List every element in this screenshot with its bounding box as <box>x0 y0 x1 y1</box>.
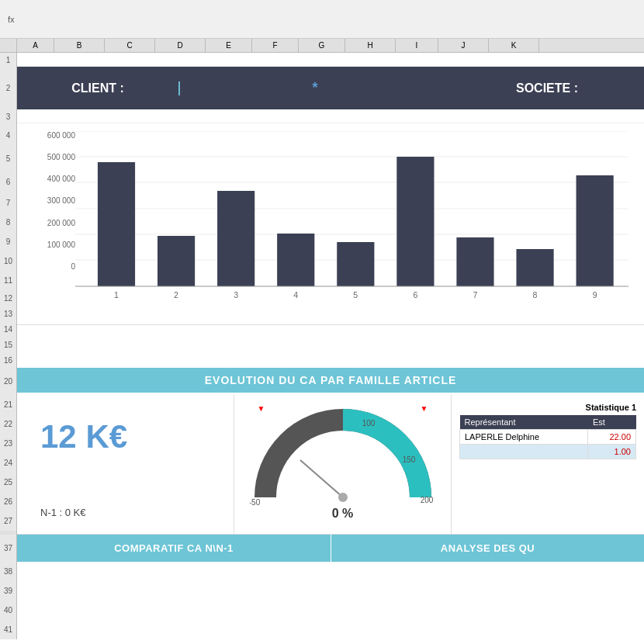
row-3: 3 <box>0 109 17 123</box>
y-label-300k: 300 000 <box>33 196 75 205</box>
bottom-title-comparatif: COMPARATIF CA N\N-1 <box>17 535 331 562</box>
row-number-spacer <box>0 39 17 52</box>
col-header-b: B <box>54 39 105 52</box>
main-content: 1 2 3 CLIENT : * SOCIETE : 4 5 6 7 8 9 1… <box>0 53 644 639</box>
stats-cell-val-1: 22.00 <box>588 430 636 445</box>
evolution-content-rownum: 21 22 23 24 25 26 27 <box>0 395 17 535</box>
row3-spacer <box>17 109 644 123</box>
svg-text:200: 200 <box>420 496 433 504</box>
row1-spacer <box>17 53 644 67</box>
row-7: 7 <box>0 193 17 213</box>
stats-row-2: 1.00 <box>460 445 636 459</box>
row-9: 9 <box>0 232 17 251</box>
stats-col-est: Est <box>588 415 636 430</box>
col-header-i: I <box>396 39 438 52</box>
row-4: 4 <box>0 123 17 147</box>
svg-rect-14 <box>516 249 553 286</box>
svg-rect-11 <box>337 242 374 286</box>
societe-label: SOCIETE : <box>450 81 644 95</box>
stats-cell-val-2: 1.00 <box>588 445 636 459</box>
svg-text:8: 8 <box>533 290 538 299</box>
evolution-title-bar: EVOLUTION DU CA PAR FAMILLE ARTICLE <box>17 368 644 395</box>
col-header-c: C <box>105 39 155 52</box>
svg-text:4: 4 <box>293 290 298 299</box>
gauge-svg: -50 0 50 100 150 200 <box>250 404 436 513</box>
stats-row-1: LAPERLE Delphine 22.00 <box>460 430 636 445</box>
svg-text:50: 50 <box>302 419 311 428</box>
stats-title: Statistique 1 <box>459 403 636 412</box>
bottom-titles: COMPARATIF CA N\N-1 ANALYSE DES QU <box>17 535 644 562</box>
row-16: 16 <box>0 352 17 368</box>
empty-content-bottom <box>17 562 644 639</box>
svg-point-27 <box>338 493 348 502</box>
svg-text:3: 3 <box>234 290 238 299</box>
y-label-600k: 600 000 <box>33 131 75 140</box>
svg-text:7: 7 <box>473 290 478 299</box>
ca-panel: 12 K€ N-1 : 0 K€ <box>17 395 234 534</box>
evolution-content: 12 K€ N-1 : 0 K€ ▼ ▼ <box>17 395 644 535</box>
gauge-percent: 0 % <box>332 507 354 521</box>
y-axis-labels: 600 000 500 000 400 000 300 000 200 000 … <box>33 131 75 286</box>
stats-cell-name-1: LAPERLE Delphine <box>460 430 588 445</box>
col-header-e: E <box>206 39 252 52</box>
col-header-d: D <box>155 39 206 52</box>
row-8: 8 <box>0 213 17 232</box>
svg-text:150: 150 <box>402 455 415 464</box>
gauge-panel: ▼ ▼ -50 0 50 <box>234 395 452 534</box>
svg-rect-12 <box>396 157 434 286</box>
bottom-titles-row: 37 COMPARATIF CA N\N-1 ANALYSE DES QU <box>0 535 644 562</box>
bar-chart: 600 000 500 000 400 000 300 000 200 000 … <box>17 123 644 325</box>
row-14: 14 <box>0 321 17 337</box>
row-5: 5 <box>0 147 17 170</box>
row-25: 25 <box>0 473 17 492</box>
svg-rect-10 <box>277 234 314 286</box>
svg-rect-7 <box>98 162 135 286</box>
row-15: 15 <box>0 337 17 352</box>
svg-rect-9 <box>217 191 254 286</box>
svg-text:9: 9 <box>593 290 597 299</box>
svg-line-26 <box>300 460 343 497</box>
empty-row-numbers: 38 39 40 41 <box>0 562 17 639</box>
row-22: 22 <box>0 414 17 434</box>
svg-text:6: 6 <box>413 290 417 299</box>
svg-rect-15 <box>576 175 614 286</box>
row-40: 40 <box>0 601 17 620</box>
row-26: 26 <box>0 492 17 511</box>
red-triangle-left: ▼ <box>258 404 265 413</box>
bottom-title-analyse: ANALYSE DES QU <box>331 535 644 562</box>
red-triangle-right: ▼ <box>421 404 428 413</box>
row-41: 41 <box>0 620 17 639</box>
svg-rect-13 <box>456 237 493 286</box>
evolution-content-row: 21 22 23 24 25 26 27 12 K€ N-1 : 0 K€ ▼ … <box>0 395 644 535</box>
col-header-k: K <box>489 39 539 52</box>
col-header-h: H <box>345 39 396 52</box>
empty-rows-bottom: 38 39 40 41 <box>0 562 644 639</box>
row-2: 2 <box>0 67 17 109</box>
row-37: 37 <box>0 535 17 562</box>
excel-toolbar: fx <box>0 0 644 39</box>
header-section: 1 2 3 CLIENT : * SOCIETE : <box>0 53 644 123</box>
stats-panel: Statistique 1 Représentant Est LAPERLE D… <box>452 395 644 534</box>
evolution-title-rownum: 20 <box>0 368 17 395</box>
svg-text:100: 100 <box>362 419 375 428</box>
evolution-title-row: 20 EVOLUTION DU CA PAR FAMILLE ARTICLE <box>0 368 644 395</box>
header-bar: CLIENT : * SOCIETE : <box>17 53 644 123</box>
svg-rect-8 <box>158 236 195 286</box>
row-13: 13 <box>0 306 17 321</box>
row-10: 10 <box>0 251 17 271</box>
ca-value: 12 K€ <box>40 418 210 455</box>
row-39: 39 <box>0 581 17 601</box>
col-header-j: J <box>438 39 489 52</box>
evolution-section-title: EVOLUTION DU CA PAR FAMILLE ARTICLE <box>17 368 644 393</box>
stats-table: Représentant Est LAPERLE Delphine 22.00 … <box>459 415 636 459</box>
y-label-400k: 400 000 <box>33 175 75 183</box>
client-label: CLIENT : <box>17 81 180 95</box>
client-societe-row: CLIENT : * SOCIETE : <box>17 67 644 109</box>
star-field[interactable]: * <box>180 80 450 96</box>
row-27: 27 <box>0 511 17 531</box>
row-38: 38 <box>0 562 17 581</box>
svg-text:1: 1 <box>114 290 119 299</box>
bar-chart-svg: 1 2 3 4 5 6 7 8 9 <box>75 131 628 302</box>
chart-container: 600 000 500 000 400 000 300 000 200 000 … <box>33 131 628 317</box>
stats-cell-name-2 <box>460 445 588 459</box>
